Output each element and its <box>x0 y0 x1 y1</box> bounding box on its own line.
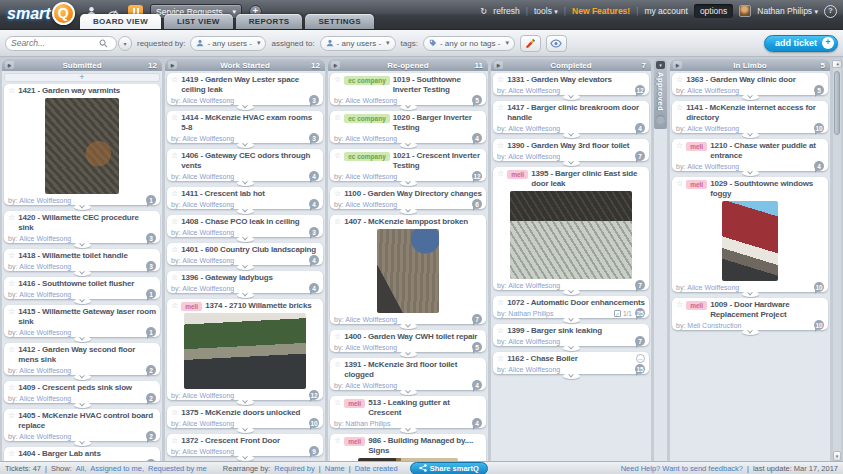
expand-handle[interactable] <box>74 336 91 342</box>
star-icon[interactable]: ☆ <box>334 436 341 446</box>
requester-link[interactable]: Alice Wolffesong <box>19 263 71 270</box>
requester-link[interactable]: Alice Wolffesong <box>345 382 397 389</box>
star-icon[interactable]: ☆ <box>171 151 178 161</box>
ticket-card[interactable]: ☆1363 - Garden Way clinic doorby:Alice W… <box>672 73 828 95</box>
comments-badge[interactable]: 5 <box>472 342 482 352</box>
requester-link[interactable]: Meli Construction <box>687 322 741 329</box>
comments-badge[interactable]: 6 <box>472 199 482 209</box>
ticket-card[interactable]: ☆1405 - McKenzie HVAC control board repl… <box>4 409 160 441</box>
comments-badge[interactable]: 3 <box>146 233 156 243</box>
star-icon[interactable]: ☆ <box>334 151 341 161</box>
comments-badge[interactable]: 7 <box>635 151 645 161</box>
requester-link[interactable]: Alice Wolffesong <box>182 201 234 208</box>
expand-handle[interactable] <box>237 180 254 186</box>
comments-badge[interactable]: 12 <box>309 390 319 400</box>
scrollbar-thumb[interactable] <box>834 71 840 135</box>
requester-link[interactable]: Alice Wolffesong <box>508 282 560 289</box>
ticket-card[interactable]: ☆1414 - McKenzie HVAC exam rooms 5-8by:A… <box>167 111 323 143</box>
requester-link[interactable]: Alice Wolffesong <box>182 257 234 264</box>
ticket-card[interactable]: ☆1141 - McKenzie internet access for dir… <box>672 101 828 133</box>
requester-link[interactable]: Alice Wolffesong <box>182 229 234 236</box>
requester-link[interactable]: Alice Wolffesong <box>19 461 71 462</box>
expand-handle[interactable] <box>74 374 91 380</box>
expand-handle[interactable] <box>400 323 417 329</box>
expand-handle[interactable] <box>400 208 417 214</box>
requester-link[interactable]: Alice Wolffesong <box>687 87 739 94</box>
expand-handle[interactable] <box>400 351 417 357</box>
comments-badge[interactable]: 1 <box>146 327 156 337</box>
comments-badge[interactable]: 10 <box>814 320 824 330</box>
ticket-card[interactable]: ☆1417 - Barger clinic breakroom door han… <box>493 101 649 133</box>
rearrange-name-link[interactable]: Name <box>325 464 345 473</box>
comments-badge[interactable]: 3 <box>309 133 319 143</box>
comments-badge[interactable]: 2 <box>146 365 156 375</box>
show-all-link[interactable]: All, <box>76 464 86 473</box>
expand-handle[interactable] <box>74 298 91 304</box>
requester-link[interactable]: Alice Wolffesong <box>508 366 560 373</box>
comments-badge[interactable]: 4 <box>635 123 645 133</box>
ticket-card[interactable]: ☆ec company1021 - Crescent Inverter Test… <box>330 149 486 181</box>
star-icon[interactable]: ☆ <box>171 245 178 255</box>
comments-badge[interactable]: 4 <box>309 199 319 209</box>
comments-badge[interactable]: 10 <box>814 282 824 292</box>
expand-handle[interactable] <box>742 132 759 138</box>
watch-filter-button[interactable] <box>546 35 567 52</box>
expand-handle[interactable] <box>400 180 417 186</box>
star-icon[interactable]: ☆ <box>497 326 504 336</box>
comments-badge[interactable]: 25 <box>635 308 645 318</box>
comments-badge[interactable]: 10 <box>814 123 824 133</box>
star-icon[interactable]: ☆ <box>171 217 178 227</box>
ticket-card[interactable]: ☆1419 - Garden Way Lester space ceiling … <box>167 73 323 105</box>
expand-handle[interactable] <box>563 160 580 166</box>
star-icon[interactable]: ☆ <box>676 75 683 85</box>
expand-handle[interactable] <box>400 142 417 148</box>
star-icon[interactable]: ☆ <box>334 75 341 85</box>
requester-link[interactable]: Alice Wolffesong <box>182 392 234 399</box>
requester-link[interactable]: Alice Wolffesong <box>345 97 397 104</box>
ticket-card[interactable]: ☆1399 - Barger sink leakingby:Alice Wolf… <box>493 324 649 346</box>
refresh-icon[interactable]: ↻ <box>480 6 487 16</box>
requester-link[interactable]: Alice Wolffesong <box>19 235 71 242</box>
ticket-card[interactable]: ☆1421 - Garden way varmintsby:Alice Wolf… <box>4 84 160 205</box>
tab-list-view[interactable]: LIST VIEW <box>164 14 233 29</box>
requester-link[interactable]: Alice Wolffesong <box>687 163 739 170</box>
ticket-card[interactable]: ☆1400 - Garden Way CWH toilet repairby:A… <box>330 330 486 352</box>
requester-link[interactable]: Alice Wolffesong <box>345 316 397 323</box>
star-icon[interactable]: ☆ <box>334 360 341 370</box>
comments-badge[interactable]: 12 <box>472 171 482 181</box>
rearrange-required-by-link[interactable]: Required by <box>274 464 314 473</box>
expand-handle[interactable] <box>237 427 254 433</box>
comments-badge[interactable]: 12 <box>635 85 645 95</box>
comments-badge[interactable]: 7 <box>472 314 482 324</box>
ticket-card[interactable]: ☆1390 - Garden Way 3rd floor toiletby:Al… <box>493 139 649 161</box>
help-feedback-link[interactable]: Need Help? Want to send feedback? <box>621 464 743 473</box>
requester-link[interactable]: Alice Wolffesong <box>19 367 71 374</box>
comments-badge[interactable]: 1 <box>146 289 156 299</box>
assigned-to-select[interactable]: - any users - ▾ <box>320 36 396 51</box>
comments-badge[interactable]: 4 <box>472 418 482 428</box>
comments-badge[interactable]: 3 <box>309 227 319 237</box>
requester-link[interactable]: Alice Wolffesong <box>687 284 739 291</box>
ticket-card[interactable]: ☆meli513 - Leaking gutter at Crescentby:… <box>330 396 486 428</box>
search-box[interactable] <box>5 36 117 51</box>
comments-badge[interactable]: 2 <box>146 431 156 441</box>
star-icon[interactable]: ☆ <box>171 301 178 311</box>
star-icon[interactable]: ☆ <box>497 298 504 308</box>
star-icon[interactable]: ☆ <box>8 307 15 317</box>
ticket-card[interactable]: ☆meli1009 - Door Hardware Replacement Pr… <box>672 298 828 330</box>
collapse-column-button[interactable]: ▸ <box>673 61 682 69</box>
refresh-button[interactable]: refresh <box>493 6 519 16</box>
ticket-card[interactable]: ☆1418 - Willamette toilet handleby:Alice… <box>4 249 160 271</box>
scroll-down-button[interactable]: ▾ <box>833 451 841 461</box>
star-icon[interactable]: ☆ <box>8 279 15 289</box>
ticket-card[interactable]: ☆1407 - McKenzie lamppost brokenby:Alice… <box>330 215 486 324</box>
star-icon[interactable]: ☆ <box>334 217 341 227</box>
user-menu[interactable]: Nathan Philips ▾ <box>757 6 818 16</box>
requester-link[interactable]: Alice Wolffesong <box>19 329 71 336</box>
star-icon[interactable]: ☆ <box>497 169 504 179</box>
show-assigned-link[interactable]: Assigned to me, <box>90 464 144 473</box>
star-icon[interactable]: ☆ <box>676 179 683 189</box>
expand-handle[interactable] <box>237 142 254 148</box>
ticket-card[interactable]: ☆1162 - Chase Boiler–by:Alice Wolffesong… <box>493 352 649 374</box>
comments-badge[interactable]: 9 <box>309 446 319 456</box>
